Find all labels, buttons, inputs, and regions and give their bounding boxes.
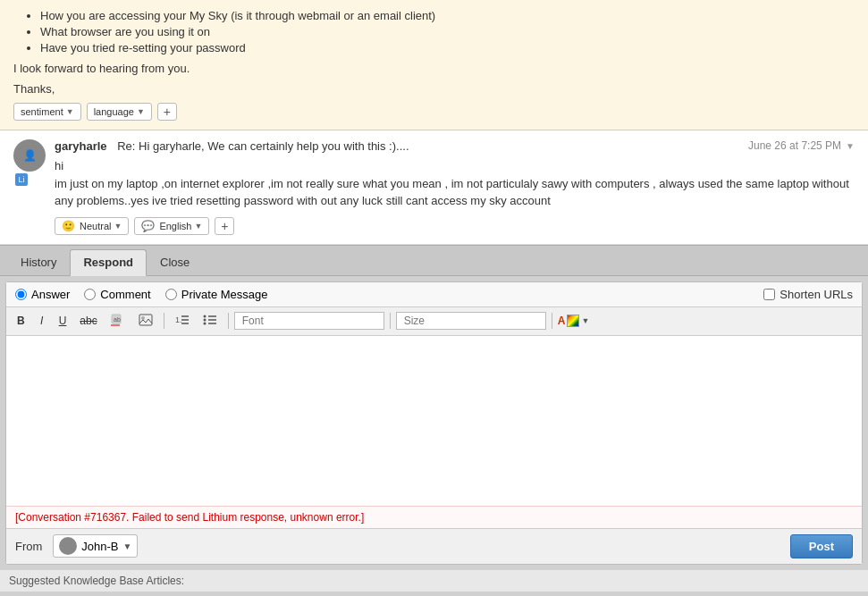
reply-username: garyharle [55,139,107,153]
compose-footer: From John-B ▼ Post [6,528,862,564]
toolbar: B I U abc ab 1. [6,307,862,336]
svg-rect-3 [139,315,152,325]
svg-point-11 [203,322,206,324]
kb-footer-label: Suggested Knowledge Base Articles: [9,575,184,587]
previous-message: How you are accessing your My Sky (is it… [0,0,868,130]
tab-respond[interactable]: Respond [70,249,147,276]
private-message-radio-label[interactable]: Private Message [165,288,268,301]
shorten-urls-checkbox[interactable] [763,289,775,300]
font-input[interactable] [234,312,384,330]
reply-subject: Re: Hi garyharle, We can certainly help … [117,139,409,153]
neutral-icon: 🙂 [62,220,75,232]
reply-header: garyharle Re: Hi garyharle, We can certa… [55,139,855,153]
svg-point-9 [203,315,206,317]
bullet-list: How you are accessing your My Sky (is it… [40,9,855,55]
reply-sentiment-button[interactable]: 🙂 Neutral ▼ [55,217,129,235]
editor-body[interactable] [6,336,862,506]
bold-button[interactable]: B [12,312,30,330]
color-dropdown-icon: ▼ [581,316,589,325]
down-arrow-icon: ▼ [846,141,855,151]
color-button[interactable]: A ▼ [558,315,590,327]
reply-sentiment-arrow-icon: ▼ [114,222,122,231]
reply-timestamp: June 26 at 7:25 PM ▼ [748,139,855,152]
avatar-wrap: 👤 Li [13,139,46,235]
color-swatch [567,315,579,327]
toolbar-separator-3 [390,313,391,329]
compose-area: Answer Comment Private Message Shorten U… [5,281,863,565]
unordered-list-button[interactable] [198,311,223,332]
spellcheck-button[interactable]: ab [105,311,131,332]
post-button[interactable]: Post [790,534,853,558]
answer-radio-label[interactable]: Answer [15,288,70,301]
toolbar-separator-1 [164,313,164,329]
reply-content: garyharle Re: Hi garyharle, We can certa… [55,139,855,235]
message-text-2: Thanks, [13,82,855,96]
comment-radio[interactable] [84,289,96,300]
language-button[interactable]: language ▼ [87,103,152,121]
from-username: John-B [81,540,118,553]
svg-text:1.: 1. [175,315,182,324]
reply-add-tag-button[interactable]: + [215,217,234,235]
kb-footer: Suggested Knowledge Base Articles: [0,570,868,592]
reply-language-arrow-icon: ▼ [194,222,202,231]
ordered-list-button[interactable]: 1. [170,311,195,332]
toolbar-separator-4 [552,313,552,329]
strikethrough-button[interactable]: abc [74,312,102,330]
sentiment-button[interactable]: sentiment ▼ [13,103,81,121]
error-message: [Conversation #716367. Failed to send Li… [6,506,862,528]
image-button[interactable] [133,311,158,332]
color-icon: A [558,315,566,327]
reply-language-button[interactable]: 💬 English ▼ [134,217,209,235]
comment-radio-label[interactable]: Comment [84,288,150,301]
svg-point-10 [203,318,206,321]
answer-radio[interactable] [15,289,27,300]
reply-subject-wrap: garyharle Re: Hi garyharle, We can certa… [55,139,409,153]
from-select[interactable]: John-B ▼ [53,534,138,558]
reply-tag-row: 🙂 Neutral ▼ 💬 English ▼ + [55,217,855,235]
add-tag-button[interactable]: + [157,103,177,121]
from-dropdown-icon: ▼ [123,541,132,551]
language-arrow-icon: ▼ [137,107,145,116]
compose-top: Answer Comment Private Message Shorten U… [6,282,862,307]
size-input[interactable] [396,312,546,330]
message-text-1: I look forward to hearing from you. [13,62,855,75]
reply-body: hi im just on my laptop ,on internet exp… [55,157,855,210]
avatar: 👤 [13,139,46,172]
tab-history[interactable]: History [7,249,70,275]
sentiment-arrow-icon: ▼ [66,107,74,116]
svg-text:ab: ab [114,316,121,323]
from-section: From John-B ▼ [15,534,138,558]
tab-close[interactable]: Close [147,249,203,275]
shorten-urls: Shorten URLs [763,288,853,301]
private-message-radio[interactable] [165,289,177,300]
bullet-item-1: How you are accessing your My Sky (is it… [40,9,855,22]
comment-icon: 💬 [141,220,155,232]
bullet-item-3: Have you tried re-setting your password [40,41,855,55]
bullet-item-2: What browser are you using it on [40,25,855,38]
spellcheck-icon: ab [111,314,125,326]
from-label: From [15,540,42,553]
image-icon [139,314,153,326]
from-avatar [59,537,77,555]
underline-button[interactable]: U [54,312,72,330]
toolbar-separator-2 [228,313,229,329]
italic-button[interactable]: I [33,312,51,330]
ordered-list-icon: 1. [175,314,190,326]
unordered-list-icon [203,314,217,326]
tag-row: sentiment ▼ language ▼ + [13,103,855,121]
tabs-bar: History Respond Close [0,245,868,276]
avatar-badge: Li [15,173,28,186]
reply-message: 👤 Li garyharle Re: Hi garyharle, We can … [0,130,868,245]
